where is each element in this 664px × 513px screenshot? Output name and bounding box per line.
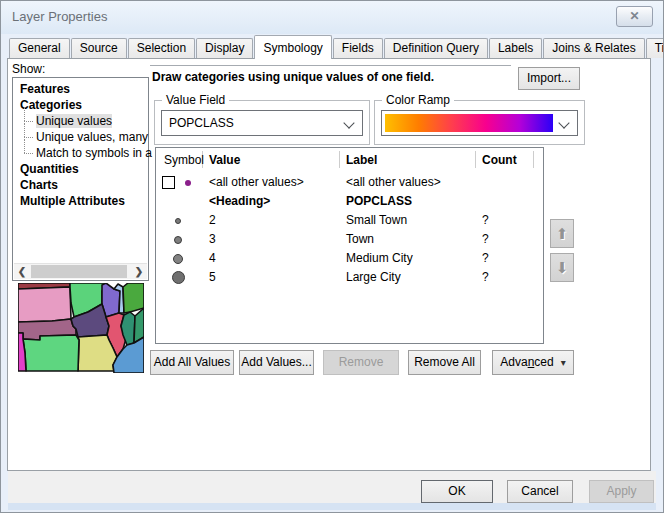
window-title: Layer Properties (12, 9, 107, 24)
label-cell: Large City (346, 268, 401, 287)
layer-preview-map (18, 283, 144, 373)
tab-display[interactable]: Display (196, 38, 253, 58)
color-ramp-label: Color Ramp (382, 93, 454, 107)
graduated-circle-icon (173, 254, 183, 264)
scroll-right-icon[interactable]: ❯ (131, 264, 147, 280)
value-cell: 4 (209, 249, 216, 268)
category-row[interactable]: 4Medium City? (156, 249, 543, 268)
color-ramp-group: Color Ramp (374, 100, 585, 145)
value-cell: <all other values> (209, 173, 304, 192)
show-item-label: Multiple Attributes (20, 194, 125, 208)
show-item-label: Categories (20, 98, 82, 112)
window-bottom-edge (8, 503, 656, 510)
category-row[interactable]: 5Large City? (156, 268, 543, 287)
value-cell: 5 (209, 268, 216, 287)
count-cell: ? (482, 230, 489, 249)
caret-down-icon: ▾ (561, 357, 566, 368)
show-label: Show: (12, 62, 45, 76)
symbol-cell[interactable] (156, 192, 203, 211)
remove-all-button[interactable]: Remove All (408, 350, 481, 375)
method-description: Draw categories using unique values of o… (152, 70, 434, 84)
value-cell: 2 (209, 211, 216, 230)
categories-table-rows: <all other values><all other values><Hea… (156, 173, 543, 287)
symbol-cell[interactable] (156, 173, 203, 192)
chevron-down-icon (558, 117, 569, 128)
graduated-circle-icon (174, 236, 182, 244)
tab-source[interactable]: Source (71, 38, 127, 58)
tab-definition-query[interactable]: Definition Query (384, 38, 488, 58)
show-item-label: Charts (20, 178, 58, 192)
label-cell: Town (346, 230, 374, 249)
label-cell: Medium City (346, 249, 413, 268)
remove-button[interactable]: Remove (323, 350, 399, 375)
arrow-up-icon: ⬆ (556, 225, 569, 242)
show-item-unique-values[interactable]: Unique values (13, 113, 148, 129)
heading-separator (150, 65, 511, 66)
show-item-multiple-attributes[interactable]: Multiple Attributes (13, 193, 148, 209)
symbol-cell[interactable] (156, 211, 203, 230)
arrow-down-icon: ⬇ (556, 259, 569, 276)
show-item-match-to-symbols-in-a[interactable]: Match to symbols in a (13, 145, 148, 161)
apply-button[interactable]: Apply (589, 480, 654, 503)
show-item-label: Unique values (36, 114, 112, 128)
tab-selection[interactable]: Selection (128, 38, 195, 58)
add-values-button[interactable]: Add Values... (239, 350, 314, 375)
move-up-button[interactable]: ⬆ (550, 219, 574, 248)
symbol-cell[interactable] (156, 230, 203, 249)
show-tree-items: FeaturesCategoriesUnique valuesUnique va… (13, 81, 148, 209)
show-item-features[interactable]: Features (13, 81, 148, 97)
count-cell: ? (482, 268, 489, 287)
scroll-left-icon[interactable]: ❮ (14, 264, 30, 280)
scrollbar-thumb[interactable] (31, 265, 127, 278)
category-row[interactable]: <Heading>POPCLASS (156, 192, 543, 211)
value-cell: 3 (209, 230, 216, 249)
value-field-dropdown[interactable]: POPCLASS (161, 110, 363, 136)
symbol-cell[interactable] (156, 268, 203, 287)
close-icon: ✕ (629, 9, 639, 23)
show-item-charts[interactable]: Charts (13, 177, 148, 193)
advanced-button[interactable]: Advanced▾ (492, 350, 574, 375)
tab-general[interactable]: General (9, 38, 70, 58)
show-item-unique-values-many[interactable]: Unique values, many (13, 129, 148, 145)
column-header-symbol[interactable]: Symbol (164, 153, 204, 167)
category-row[interactable]: 3Town? (156, 230, 543, 249)
categories-table[interactable]: Symbol Value Label Count <all other valu… (155, 147, 544, 344)
tab-time[interactable]: Time (646, 38, 664, 58)
graduated-circle-icon (175, 218, 181, 224)
count-cell: ? (482, 211, 489, 230)
column-header-count[interactable]: Count (482, 153, 517, 167)
show-item-quantities[interactable]: Quantities (13, 161, 148, 177)
value-field-label: Value Field (162, 93, 229, 107)
column-header-value[interactable]: Value (209, 153, 240, 167)
import-button[interactable]: Import... (518, 67, 580, 90)
value-field-value: POPCLASS (169, 111, 234, 135)
title-bar[interactable]: Layer Properties ✕ (1, 1, 663, 34)
category-row[interactable]: 2Small Town? (156, 211, 543, 230)
label-cell: <all other values> (346, 173, 441, 192)
tab-labels[interactable]: Labels (489, 38, 542, 58)
tab-fields[interactable]: Fields (333, 38, 383, 58)
add-all-values-button[interactable]: Add All Values (150, 350, 234, 375)
close-button[interactable]: ✕ (616, 6, 653, 27)
map-region (23, 335, 79, 371)
all-other-values-checkbox[interactable] (162, 176, 175, 189)
chevron-down-icon (343, 117, 354, 128)
label-cell: Small Town (346, 211, 407, 230)
color-ramp-dropdown[interactable] (381, 110, 578, 136)
symbol-cell[interactable] (156, 249, 203, 268)
show-item-label: Match to symbols in a (36, 146, 152, 160)
symbology-tab-page: Show: FeaturesCategoriesUnique valuesUni… (7, 58, 651, 471)
value-field-group: Value Field POPCLASS (154, 100, 370, 145)
ok-button[interactable]: OK (421, 480, 493, 503)
show-item-categories[interactable]: Categories (13, 97, 148, 113)
map-region (123, 283, 144, 313)
graduated-circle-icon (172, 271, 185, 284)
column-header-label[interactable]: Label (346, 153, 377, 167)
tab-symbology[interactable]: Symbology (254, 35, 331, 59)
move-down-button[interactable]: ⬇ (550, 253, 574, 282)
tree-horizontal-scrollbar[interactable]: ❮ ❯ (14, 263, 147, 279)
tab-joins-relates[interactable]: Joins & Relates (543, 38, 644, 58)
category-row[interactable]: <all other values><all other values> (156, 173, 543, 192)
show-tree-list: FeaturesCategoriesUnique valuesUnique va… (12, 77, 149, 281)
cancel-button[interactable]: Cancel (507, 480, 573, 503)
